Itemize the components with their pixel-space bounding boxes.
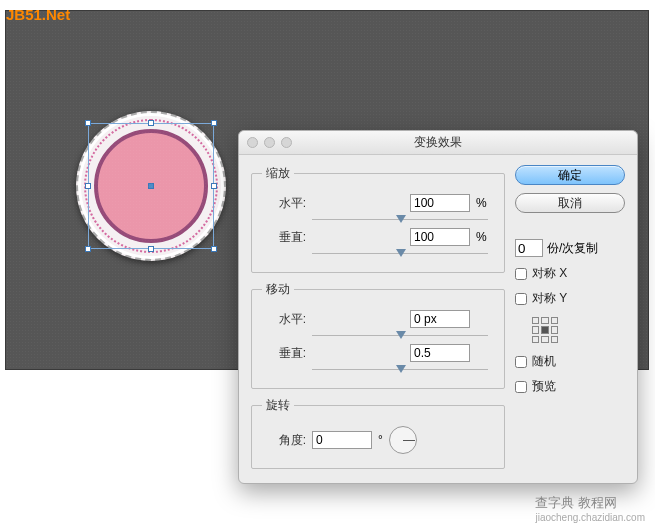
move-legend: 移动 [262, 281, 294, 298]
handle-bottom-right[interactable] [211, 246, 217, 252]
angle-input[interactable] [312, 431, 372, 449]
handle-mid-right[interactable] [211, 183, 217, 189]
move-v-label: 垂直: [262, 345, 306, 362]
reflect-x-box[interactable] [515, 268, 527, 280]
preview-checkbox[interactable]: 预览 [515, 378, 625, 395]
badge-object[interactable] [76, 111, 226, 261]
scale-v-input[interactable] [410, 228, 470, 246]
dialog-title: 变换效果 [239, 134, 637, 151]
preview-box[interactable] [515, 381, 527, 393]
selection-bounding-box[interactable] [88, 123, 214, 249]
random-box[interactable] [515, 356, 527, 368]
reflect-x-checkbox[interactable]: 对称 X [515, 265, 625, 282]
move-v-slider[interactable] [312, 366, 488, 374]
cancel-button[interactable]: 取消 [515, 193, 625, 213]
angle-label: 角度: [262, 432, 306, 449]
badge-stitches [84, 119, 218, 253]
reflect-x-label: 对称 X [532, 265, 567, 282]
anchor-center[interactable] [541, 326, 548, 333]
move-v-input[interactable] [410, 344, 470, 362]
reflect-y-label: 对称 Y [532, 290, 567, 307]
handle-bottom-mid[interactable] [148, 246, 154, 252]
badge-inner-circle [94, 129, 208, 243]
scale-v-unit: % [476, 230, 494, 244]
handle-top-left[interactable] [85, 120, 91, 126]
rotate-legend: 旋转 [262, 397, 294, 414]
dialog-titlebar[interactable]: 变换效果 [239, 131, 637, 155]
badge-outer-ring [76, 111, 226, 261]
reflect-y-box[interactable] [515, 293, 527, 305]
move-h-slider[interactable] [312, 332, 488, 340]
reflect-y-checkbox[interactable]: 对称 Y [515, 290, 625, 307]
handle-center[interactable] [148, 183, 154, 189]
scale-group: 缩放 水平: % 垂直: % [251, 165, 505, 273]
watermark-br-sub: jiaocheng.chazidian.com [535, 512, 645, 523]
watermark-br-main: 查字典 教程网 [535, 495, 617, 510]
watermark-top-left: JB51.Net [6, 6, 70, 23]
handle-bottom-left[interactable] [85, 246, 91, 252]
handle-mid-left[interactable] [85, 183, 91, 189]
move-h-label: 水平: [262, 311, 306, 328]
anchor-point-grid[interactable] [532, 317, 558, 343]
scale-legend: 缩放 [262, 165, 294, 182]
handle-top-mid[interactable] [148, 120, 154, 126]
copies-label: 份/次复制 [547, 240, 598, 257]
preview-label: 预览 [532, 378, 556, 395]
rotate-group: 旋转 角度: ° [251, 397, 505, 469]
move-h-input[interactable] [410, 310, 470, 328]
scale-h-slider[interactable] [312, 216, 488, 224]
scale-h-label: 水平: [262, 195, 306, 212]
angle-dial[interactable] [389, 426, 417, 454]
random-label: 随机 [532, 353, 556, 370]
move-group: 移动 水平: 垂直: [251, 281, 505, 389]
handle-top-right[interactable] [211, 120, 217, 126]
transform-effect-dialog: 变换效果 缩放 水平: % 垂直: % [238, 130, 638, 484]
scale-v-slider[interactable] [312, 250, 488, 258]
ok-button[interactable]: 确定 [515, 165, 625, 185]
copies-input[interactable] [515, 239, 543, 257]
angle-unit: ° [378, 433, 383, 447]
scale-h-unit: % [476, 196, 494, 210]
random-checkbox[interactable]: 随机 [515, 353, 625, 370]
watermark-bottom-right: 查字典 教程网 jiaocheng.chazidian.com [535, 494, 645, 523]
scale-h-input[interactable] [410, 194, 470, 212]
scale-v-label: 垂直: [262, 229, 306, 246]
